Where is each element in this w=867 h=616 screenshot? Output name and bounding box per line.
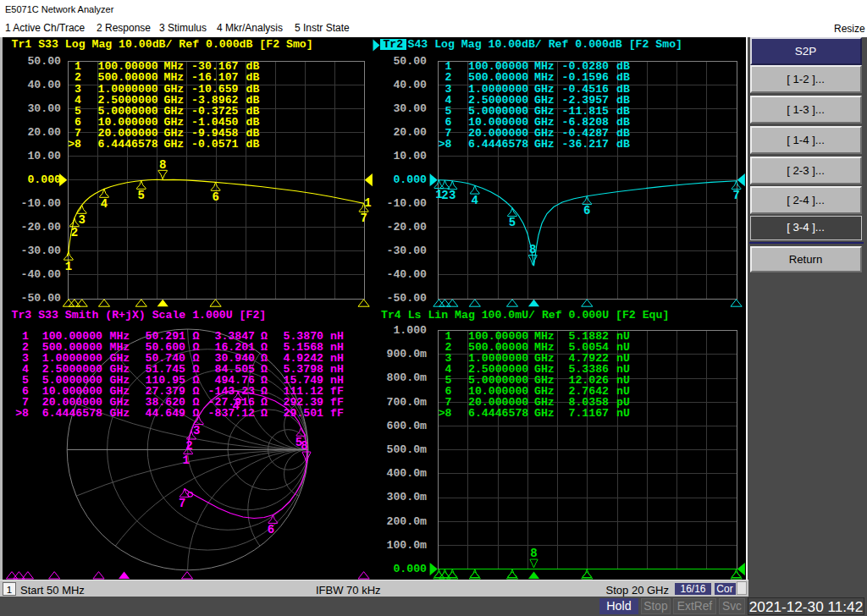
svg-text:6: 6 xyxy=(583,204,590,217)
svg-text:2: 2 xyxy=(185,439,192,453)
svg-text:3: 3 xyxy=(78,213,85,227)
svg-text:2: 2 xyxy=(71,226,78,239)
svg-text:5: 5 xyxy=(138,189,145,202)
svg-text:8: 8 xyxy=(301,439,307,453)
svg-text:8: 8 xyxy=(529,243,536,256)
svg-text:7: 7 xyxy=(179,497,185,510)
svg-text:2: 2 xyxy=(441,189,448,202)
svg-text:3: 3 xyxy=(193,424,200,437)
svg-text:4: 4 xyxy=(472,194,478,207)
svg-text:1: 1 xyxy=(182,454,189,467)
svg-text:6: 6 xyxy=(212,190,218,204)
svg-text:8: 8 xyxy=(530,547,537,560)
svg-text:6: 6 xyxy=(268,523,274,536)
svg-text:1: 1 xyxy=(364,196,371,210)
svg-text:3: 3 xyxy=(449,189,456,202)
svg-text:5: 5 xyxy=(509,216,516,229)
svg-text:4: 4 xyxy=(101,197,108,211)
svg-text:1: 1 xyxy=(65,260,72,273)
svg-text:7: 7 xyxy=(732,189,739,202)
svg-text:8: 8 xyxy=(159,158,166,172)
svg-text:7: 7 xyxy=(360,212,367,225)
